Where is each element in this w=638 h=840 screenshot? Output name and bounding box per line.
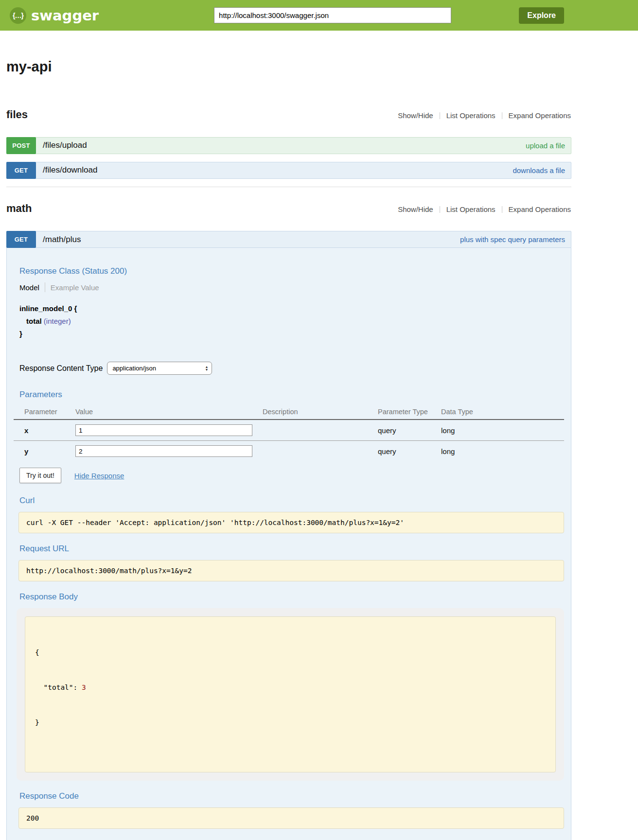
operation-row-post-files-upload[interactable]: POST /files/upload upload a file [6, 137, 571, 154]
page-title: my-api [6, 60, 571, 74]
json-open-brace: { [35, 647, 548, 658]
explore-button[interactable]: Explore [519, 7, 564, 24]
parameter-row-x: x query long [14, 420, 564, 441]
request-url-heading: Request URL [19, 544, 564, 554]
selected-content-type: application/json [112, 365, 156, 372]
json-total-line: "total": 3 [35, 682, 548, 693]
hide-response-link[interactable]: Hide Response [74, 472, 124, 480]
property-name: total [26, 317, 42, 325]
math-section-title: math [6, 203, 32, 214]
curl-heading: Curl [19, 496, 564, 506]
response-body-heading: Response Body [19, 592, 564, 602]
model-signature: inline_model_0 { total (integer) } [19, 302, 564, 340]
files-section-controls: Show/Hide List Operations Expand Operati… [391, 112, 571, 119]
col-header-description: Description [263, 406, 378, 420]
get-method-badge[interactable]: GET [6, 162, 36, 179]
parameter-description [263, 420, 378, 441]
operation-path[interactable]: /files/download [36, 165, 97, 175]
model-close-brace: } [19, 328, 564, 340]
json-close-brace: } [35, 717, 548, 728]
parameter-x-input[interactable] [75, 424, 252, 436]
operation-row-get-math-plus[interactable]: GET /math/plus plus with spec query para… [6, 231, 571, 248]
math-section-controls: Show/Hide List Operations Expand Operati… [391, 206, 571, 213]
try-row: Try it out! Hide Response [19, 468, 564, 483]
show-hide-link[interactable]: Show/Hide [391, 206, 440, 213]
tab-separator [45, 282, 45, 292]
spec-url-input[interactable] [214, 7, 451, 23]
section-divider [6, 187, 571, 187]
model-tabs: Model Example Value [19, 282, 564, 292]
response-body-container: { "total": 3 } [17, 608, 564, 781]
curl-command-block: curl -X GET --header 'Accept: applicatio… [18, 512, 564, 533]
parameters-header-row: Parameter Value Description Parameter Ty… [14, 406, 564, 420]
response-code-heading: Response Code [19, 791, 564, 801]
response-code-block: 200 [18, 807, 564, 829]
parameter-data-type: long [441, 441, 564, 462]
response-content-type-select[interactable]: application/json ▲▼ [107, 362, 212, 375]
show-hide-link[interactable]: Show/Hide [391, 112, 440, 119]
tab-model[interactable]: Model [19, 283, 39, 292]
col-header-parameter-type: Parameter Type [378, 406, 441, 420]
top-bar: {…} swagger Explore [0, 0, 638, 31]
get-method-badge[interactable]: GET [6, 231, 36, 248]
operation-path[interactable]: /files/upload [36, 140, 87, 150]
try-it-out-button[interactable]: Try it out! [19, 468, 61, 483]
response-class-heading: Response Class (Status 200) [19, 266, 564, 276]
col-header-data-type: Data Type [441, 406, 564, 420]
parameter-y-input[interactable] [75, 445, 252, 457]
section-math: math Show/Hide List Operations Expand Op… [6, 194, 571, 840]
parameter-name: y [14, 441, 75, 462]
math-section-header: math Show/Hide List Operations Expand Op… [6, 194, 571, 223]
parameters-heading: Parameters [19, 390, 564, 400]
files-section-title: files [6, 109, 28, 120]
model-open-brace: inline_model_0 { [19, 302, 564, 315]
operation-path[interactable]: /math/plus [36, 235, 81, 245]
brand-title: swagger [31, 7, 99, 24]
parameter-description [263, 441, 378, 462]
operation-detail-panel: Response Class (Status 200) Model Exampl… [6, 248, 571, 840]
files-section-header: files Show/Hide List Operations Expand O… [6, 101, 571, 129]
property-type: (integer) [44, 317, 71, 325]
operation-get-math-plus: GET /math/plus plus with spec query para… [6, 231, 571, 840]
parameter-data-type: long [441, 420, 564, 441]
post-method-badge[interactable]: POST [6, 137, 36, 154]
tab-example-value[interactable]: Example Value [51, 283, 99, 292]
parameter-type: query [378, 420, 441, 441]
main-content: my-api files Show/Hide List Operations E… [6, 60, 571, 840]
operation-row-get-files-download[interactable]: GET /files/download downloads a file [6, 162, 571, 179]
request-url-block: http://localhost:3000/math/plus?x=1&y=2 [18, 560, 564, 581]
response-content-type-row: Response Content Type application/json ▲… [19, 362, 564, 375]
col-header-value: Value [75, 406, 263, 420]
section-files: files Show/Hide List Operations Expand O… [6, 101, 571, 179]
parameter-name: x [14, 420, 75, 441]
parameter-type: query [378, 441, 441, 462]
parameters-table: Parameter Value Description Parameter Ty… [14, 406, 564, 461]
list-operations-link[interactable]: List Operations [440, 112, 502, 119]
list-operations-link[interactable]: List Operations [440, 206, 502, 213]
expand-operations-link[interactable]: Expand Operations [502, 112, 571, 119]
operation-summary-link[interactable]: plus with spec query parameters [460, 235, 571, 244]
operation-summary-link[interactable]: downloads a file [513, 166, 571, 175]
operation-summary-link[interactable]: upload a file [526, 141, 571, 150]
parameter-row-y: y query long [14, 441, 564, 462]
select-arrows-icon: ▲▼ [205, 366, 208, 371]
col-header-parameter: Parameter [14, 406, 75, 420]
json-number-value: 3 [82, 683, 86, 691]
logo-braces-glyph: {…} [13, 12, 23, 19]
response-body-json: { "total": 3 } [25, 616, 556, 772]
response-content-type-label: Response Content Type [19, 364, 103, 373]
swagger-logo-icon: {…} [10, 7, 26, 24]
model-property: total (integer) [19, 315, 564, 328]
expand-operations-link[interactable]: Expand Operations [502, 206, 571, 213]
